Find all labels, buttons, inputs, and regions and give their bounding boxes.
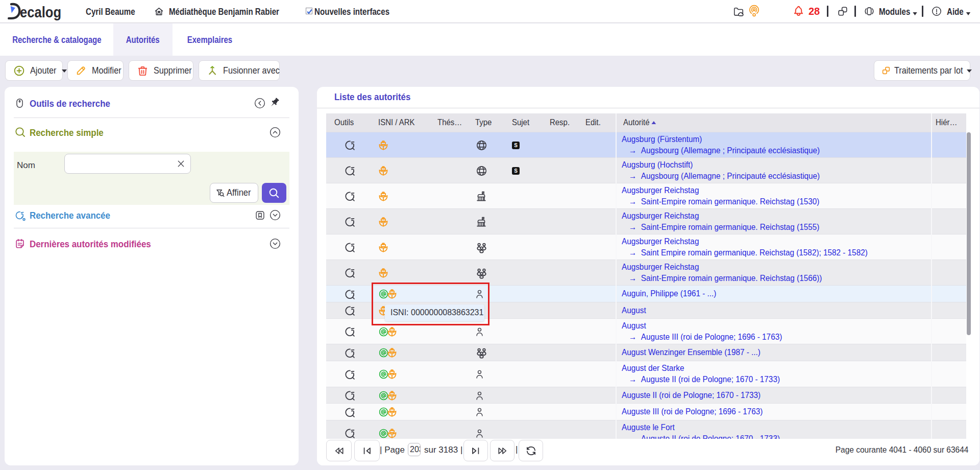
svg-text:ecalog: ecalog bbox=[20, 4, 61, 20]
